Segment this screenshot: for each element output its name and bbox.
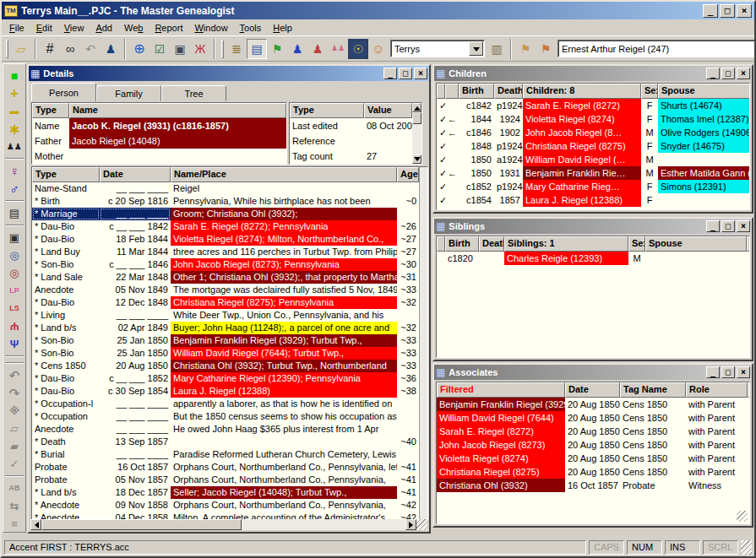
children-interest-icon[interactable]: ♟♟ — [328, 39, 348, 59]
meta-scrollbar[interactable] — [412, 103, 422, 164]
layout-icon[interactable]: ≣ — [226, 39, 247, 59]
column-header-date[interactable]: Date — [565, 382, 620, 398]
tag-row[interactable]: * Living__ ___ ____White Deer Twp., Unio… — [32, 309, 427, 322]
menu-help[interactable]: Help — [268, 21, 299, 35]
siblings-title-bar[interactable]: ▦ Siblings _ □ × — [434, 219, 752, 234]
tag-row[interactable]: Name-Stand__ ___ ____Reigel — [32, 182, 427, 195]
associates-row[interactable]: Benjamin Franklin Riegel (392920 Aug 185… — [437, 398, 749, 411]
tag-row[interactable]: Anecdote05 Nov 1849The mortgage was decl… — [32, 284, 427, 296]
menu-web[interactable]: Web — [119, 21, 150, 35]
associates-resize-grip[interactable] — [737, 511, 748, 522]
column-header-type[interactable]: Type — [32, 103, 69, 118]
details-resize-grip[interactable] — [416, 519, 427, 530]
ls-list-icon[interactable]: LS — [5, 300, 24, 317]
tag-row[interactable]: Probate16 Oct 1857Orphans Court, Northum… — [32, 461, 427, 474]
column-header-filtered[interactable]: Filtered — [437, 382, 565, 398]
tag-row[interactable]: * Dau-Bioc __ ___ 1842Sarah E. Riegel (8… — [32, 220, 427, 233]
copy-person-icon[interactable]: ▣ — [5, 229, 24, 246]
associates-close-button[interactable]: × — [737, 366, 750, 378]
column-header-value[interactable]: Value — [364, 103, 412, 118]
tag-row[interactable]: * Dau-Bio18 Feb 1844Violetta Riegel (827… — [32, 233, 427, 246]
ancestor-interest-icon[interactable]: ♟ — [287, 39, 307, 59]
column-header-death[interactable]: Death — [494, 84, 523, 99]
tab-tree[interactable]: Tree — [161, 85, 226, 101]
tag-row[interactable]: * Marriage__ ___ ____Groom; Christiana O… — [32, 208, 427, 220]
associates-row[interactable]: John Jacob Riegel (8273)20 Aug 1850Cens … — [437, 438, 749, 452]
photo-person-icon[interactable]: ☺ — [368, 39, 389, 59]
web-search-icon[interactable]: ⊕ — [129, 39, 150, 59]
maximize-button[interactable]: □ — [720, 4, 735, 18]
tag-row[interactable]: * Land b/s18 Dec 1857Seller; Jacob Riege… — [32, 486, 427, 499]
save-icon[interactable]: ▥ — [487, 39, 507, 59]
tag-row[interactable]: * Dau-Bioc __ ___ 1852Mary Catharine Rie… — [32, 372, 427, 385]
children-row[interactable]: ✓1850a1924William David Riegel (…M — [437, 153, 749, 166]
details-horizontal-scrollbar[interactable] — [30, 519, 427, 530]
column-header-age[interactable]: Age — [397, 167, 419, 182]
accent-square-icon[interactable]: ■ — [5, 67, 24, 84]
column-header-blank[interactable] — [437, 84, 445, 99]
minimize-button[interactable]: _ — [703, 4, 718, 18]
details-minimize-button[interactable]: _ — [383, 68, 397, 79]
column-header-name-place[interactable]: Name/Place — [171, 167, 397, 182]
column-header-sex[interactable]: Sex — [628, 236, 645, 252]
person-select[interactable]: Ernest Arthur Reigel (247) — [557, 40, 756, 57]
window-resize-grip[interactable] — [741, 540, 752, 555]
scroll-thumb[interactable] — [412, 112, 422, 124]
tag-row[interactable]: Anecdote__ ___ ____He owed John Haag $36… — [32, 423, 427, 436]
associates-row[interactable]: William David Riegel (7644)20 Aug 1850Ce… — [437, 411, 749, 425]
tag-row[interactable]: * Cens 185020 Aug 1850Christiana Ohl (39… — [32, 360, 427, 372]
siblings-row[interactable]: c1820Charles Reigle (12393)M — [437, 252, 749, 265]
associates-row[interactable]: Christiana Ohl (3932)16 Oct 1857ProbateW… — [437, 479, 749, 492]
column-header-spouse[interactable]: Spouse — [645, 236, 747, 252]
associates-row[interactable]: Sarah E. Riegel (8272)20 Aug 1850Cens 18… — [437, 425, 749, 438]
tab-family[interactable]: Family — [96, 85, 161, 101]
tag-row[interactable]: * Death13 Sep 1857~40 — [32, 436, 427, 448]
picklist-search-icon[interactable]: ◎ — [5, 246, 24, 264]
children-row[interactable]: ✓1848p1924Christiana Riegel (8275)FSnyde… — [437, 139, 749, 153]
column-header-death[interactable]: Death — [479, 236, 504, 252]
compress-icon[interactable]: ∗ — [5, 120, 24, 138]
project-select[interactable]: Terrys — [390, 40, 485, 57]
menu-report[interactable]: Report — [150, 21, 189, 35]
children-close-button[interactable]: × — [737, 68, 750, 79]
bookmark-icon[interactable]: ⚑ — [515, 39, 536, 59]
scroll-left-arrow[interactable] — [30, 519, 41, 530]
column-header-date[interactable]: Date — [100, 167, 171, 182]
children-row[interactable]: ✓←c18461902John Jacob Riegel (8…MOlive R… — [437, 126, 749, 139]
children-maximize-button[interactable]: □ — [721, 68, 735, 79]
children-row[interactable]: ✓←18441924Violetta Riegel (8274)FThomas … — [437, 112, 749, 126]
scroll-right-arrow[interactable] — [405, 519, 416, 530]
column-header-name[interactable]: Name — [69, 103, 286, 118]
delete-tag-icon[interactable]: ▬ — [5, 102, 24, 120]
scroll-down-arrow[interactable] — [412, 154, 422, 164]
add-tag-icon[interactable]: + — [5, 84, 24, 102]
siblings-maximize-button[interactable]: □ — [721, 220, 735, 232]
ancestor-chart-icon[interactable]: Ψ — [5, 335, 24, 353]
person-info-row[interactable]: Mother — [32, 149, 286, 164]
associates-maximize-button[interactable]: □ — [721, 366, 735, 378]
project-search-icon[interactable]: ◎ — [5, 264, 24, 282]
column-header-siblings-1[interactable]: Siblings: 1 — [504, 236, 628, 252]
menu-window[interactable]: Window — [189, 21, 234, 35]
column-header-tag-name[interactable]: Tag Name — [620, 382, 686, 398]
picklist-icon[interactable]: # — [40, 39, 60, 59]
descendant-interest-icon[interactable]: ♟ — [307, 39, 328, 59]
save-exit-icon[interactable]: ▤ — [5, 204, 24, 222]
column-header-birth[interactable]: Birth — [445, 236, 479, 252]
tag-row[interactable]: * Burial__ ___ ____Paradise Reformed Lut… — [32, 448, 427, 461]
menu-tools[interactable]: Tools — [235, 21, 269, 35]
associates-minimize-button[interactable]: _ — [706, 366, 720, 378]
column-header-type[interactable]: Type — [32, 167, 100, 182]
tag-row[interactable]: * Land b/s02 Apr 1849Buyer; John Haag (1… — [32, 322, 427, 334]
column-header-type[interactable]: Type — [290, 103, 364, 118]
tag-row[interactable]: Probate05 Nov 1857Orphans Court, Northum… — [32, 474, 427, 486]
mother-icon[interactable]: ♀ — [5, 162, 24, 180]
tag-row[interactable]: * Son-Bioc __ ___ 1846John Jacob Riegel … — [32, 258, 427, 271]
scroll-track[interactable] — [41, 519, 405, 530]
find-person-icon[interactable]: ∞ — [60, 39, 80, 59]
children-row[interactable]: ✓c18541857Laura J. Riegel (12388)F — [437, 193, 749, 207]
flag-tree-icon[interactable]: ⚑ — [267, 39, 287, 59]
tag-row[interactable]: * Dau-Bioc 30 Sep 1854Laura J. Riegel (1… — [32, 385, 427, 398]
tag-row[interactable]: * Occupation-l__ ___ ____apparently a la… — [32, 398, 427, 410]
exhibit-camera-icon[interactable]: ▣ — [170, 39, 190, 59]
